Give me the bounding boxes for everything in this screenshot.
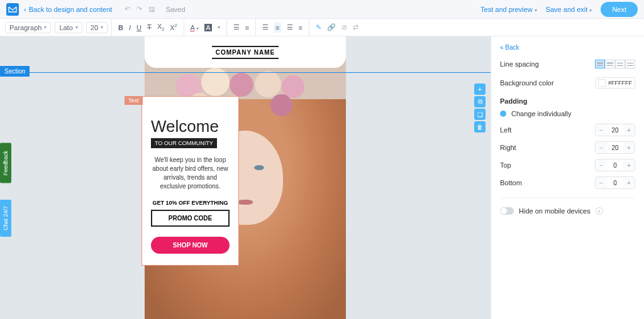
radio-selected-icon <box>500 111 506 117</box>
promo-code-box: PROMO CODE <box>151 210 230 227</box>
welcome-heading: Welcome <box>151 117 230 136</box>
back-to-design-link[interactable]: Back to design and content <box>29 6 113 13</box>
fontsize-select[interactable]: 20▾ <box>86 22 108 33</box>
canvas[interactable]: Section Feedback Chat 24/7 COMPANY NAME … <box>0 36 491 319</box>
underline-icon[interactable]: U <box>136 24 142 31</box>
list-ol-icon[interactable]: ≡ <box>245 24 249 31</box>
increment-button[interactable]: + <box>623 124 635 136</box>
saved-status: Saved <box>165 6 185 13</box>
align-center-icon[interactable]: ≡ <box>274 23 280 33</box>
company-header: COMPANY NAME <box>145 36 346 68</box>
welcome-subtitle: TO OUR COMMUNITY <box>151 138 217 148</box>
bg-color-label: Background color <box>500 79 554 87</box>
welcome-body: We'll keep you in the loop about early b… <box>151 156 230 191</box>
paragraph-select[interactable]: Paragraph▾ <box>5 22 51 33</box>
hide-mobile-toggle[interactable] <box>500 207 514 215</box>
line-spacing-options <box>595 60 635 68</box>
properties-panel: « Back Line spacing Background color #FF… <box>491 36 644 319</box>
caret-left-icon: ‹ <box>24 6 26 13</box>
padding-heading: Padding <box>500 97 635 105</box>
test-preview-link[interactable]: Test and preview ▾ <box>480 6 537 13</box>
text-block-tag: Text <box>125 96 143 105</box>
decrement-button[interactable]: − <box>596 142 607 153</box>
save-exit-link[interactable]: Save and exit ▾ <box>546 6 592 13</box>
font-select[interactable]: Lato▾ <box>55 22 82 33</box>
panel-back-link[interactable]: « Back <box>500 44 635 51</box>
padding-bottom-stepper[interactable]: −0+ <box>595 176 635 189</box>
section-action-buttons: + ⧉ ❏ 🗑 <box>474 84 486 132</box>
format-toolbar: Paragraph▾ Lato▾ 20▾ B I U T̶ X2 X2 A ▾ … <box>0 19 644 36</box>
delete-section-icon[interactable]: 🗑 <box>474 121 486 132</box>
feedback-tab[interactable]: Feedback <box>0 143 11 183</box>
increment-button[interactable]: + <box>623 177 635 188</box>
code-icon[interactable]: ⇄ <box>353 23 358 31</box>
increment-button[interactable]: + <box>623 160 635 171</box>
color-swatch <box>598 79 606 87</box>
padding-left-label: Left <box>500 126 511 134</box>
decrement-button[interactable]: − <box>596 177 607 188</box>
section-tag[interactable]: Section <box>0 66 30 77</box>
line-spacing-normal[interactable] <box>605 60 615 68</box>
decrement-button[interactable]: − <box>596 160 607 171</box>
subscript-icon[interactable]: X2 <box>157 23 164 31</box>
save-section-icon[interactable]: ❏ <box>474 109 486 120</box>
link-icon[interactable]: 🔗 <box>327 23 336 31</box>
bg-color-picker[interactable]: #FFFFFF <box>595 77 635 89</box>
strikethrough-icon[interactable]: T̶ <box>147 23 152 31</box>
align-left-icon[interactable]: ☰ <box>262 23 269 31</box>
undo-icon[interactable]: ↶ <box>125 5 130 13</box>
company-name: COMPANY NAME <box>212 46 279 59</box>
decrement-button[interactable]: − <box>596 124 607 136</box>
next-button[interactable]: Next <box>601 2 638 17</box>
line-spacing-label: Line spacing <box>500 60 539 68</box>
line-spacing-xwide[interactable] <box>625 60 635 68</box>
padding-right-label: Right <box>500 144 516 151</box>
align-right-icon[interactable]: ☰ <box>287 23 293 31</box>
increment-button[interactable]: + <box>623 142 635 153</box>
promo-title: GET 10% OFF EVERYTHING <box>151 200 230 206</box>
text-color-icon[interactable]: A ▾ <box>191 24 199 31</box>
italic-icon[interactable]: I <box>129 24 131 31</box>
info-icon[interactable]: i <box>596 207 603 215</box>
unlink-icon[interactable]: ⊘ <box>341 23 347 31</box>
align-justify-icon[interactable]: ≡ <box>299 24 303 31</box>
duplicate-section-icon[interactable]: ⧉ <box>474 96 486 107</box>
hide-mobile-label: Hide on mobile devices <box>519 207 591 215</box>
line-spacing-tight[interactable] <box>595 60 605 68</box>
padding-top-stepper[interactable]: −0+ <box>595 159 635 171</box>
list-ul-icon[interactable]: ☰ <box>233 23 240 31</box>
chat-tab[interactable]: Chat 24/7 <box>0 200 11 237</box>
save-icon[interactable]: 🖫 <box>148 6 155 13</box>
bold-icon[interactable]: B <box>118 24 123 31</box>
app-logo <box>6 3 19 16</box>
shop-now-button[interactable]: SHOP NOW <box>151 237 230 254</box>
bg-color-icon[interactable]: A <box>204 24 211 31</box>
superscript-icon[interactable]: X2 <box>170 23 177 31</box>
padding-bottom-label: Bottom <box>500 179 522 187</box>
line-spacing-wide[interactable] <box>615 60 625 68</box>
padding-right-stepper[interactable]: −20+ <box>595 141 635 154</box>
padding-left-stepper[interactable]: −20+ <box>595 124 635 136</box>
section-border <box>0 72 491 73</box>
add-section-icon[interactable]: + <box>474 84 486 95</box>
padding-top-label: Top <box>500 161 511 169</box>
redo-icon[interactable]: ↷ <box>136 5 142 13</box>
topbar: ‹ Back to design and content ↶ ↷ 🖫 Saved… <box>0 0 644 19</box>
personalize-icon[interactable]: ✎ <box>316 23 321 31</box>
change-individually-option[interactable]: Change individually <box>500 110 635 117</box>
text-block[interactable]: Text Welcome TO OUR COMMUNITY We'll keep… <box>142 96 239 266</box>
